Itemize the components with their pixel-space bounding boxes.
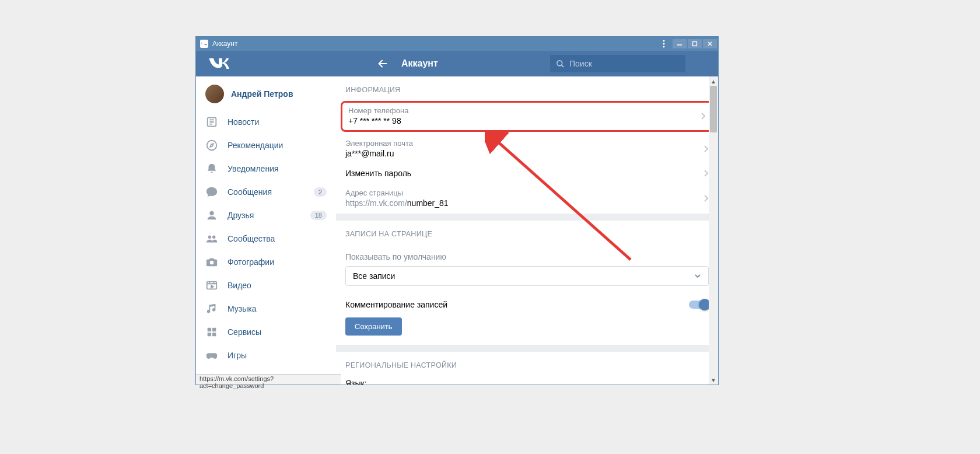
page-title: Аккаунт [401,58,438,69]
lang-label: Язык: [336,375,718,385]
sidebar-item-label: Сообщества [228,234,327,243]
toggle-label: Комментирование записей [345,300,447,309]
content: Андрей Петров Новости Рекомендации Уведо… [196,76,718,385]
chevron-right-icon [703,169,709,177]
sidebar-item-news[interactable]: Новости [196,110,336,134]
chevron-right-icon [703,194,709,202]
sidebar-item-messages[interactable]: Сообщения 2 [196,180,336,204]
svg-point-10 [212,236,216,239]
sidebar-item-label: Рекомендации [228,141,327,150]
sidebar-item-video[interactable]: Видео [196,274,336,297]
sidebar-item-games[interactable]: Игры [196,344,336,367]
vk-logo[interactable] [202,57,236,70]
default-select[interactable]: Все записи [345,266,709,286]
section-info: ИНФОРМАЦИЯ Номер телефона +7 *** *** ** … [336,76,718,214]
badge: 2 [314,187,327,197]
comments-toggle[interactable] [689,301,709,309]
section-regional: РЕГИОНАЛЬНЫЕ НАСТРОЙКИ Язык: [336,352,718,385]
avatar [205,85,224,103]
app-body: Аккаунт Поиск Андрей Петров Новости [196,51,718,385]
row-value: Изменить пароль [345,169,703,178]
window-title: Аккаунт [212,40,659,48]
scroll-down-icon[interactable]: ▼ [709,375,718,385]
search-placeholder: Поиск [569,59,592,68]
svg-point-11 [210,261,214,264]
sidebar-item-label: Друзья [228,211,301,220]
sidebar-item-label: Сервисы [228,327,327,337]
row-label: Номер телефона [348,106,700,115]
section-header: ИНФОРМАЦИЯ [336,76,718,100]
sidebar-item-notifications[interactable]: Уведомления [196,157,336,180]
services-icon [205,326,218,338]
svg-point-1 [663,40,665,42]
section-posts: ЗАПИСИ НА СТРАНИЦЕ Показывать по умолчан… [336,221,718,345]
gamepad-icon [205,349,218,362]
sidebar-item-label: Видео [228,281,327,290]
svg-point-7 [207,141,217,151]
row-email[interactable]: Электронная почта ja***@mail.ru [336,134,718,164]
maximize-button[interactable] [688,39,702,48]
compass-icon [205,139,218,152]
svg-rect-0 [200,40,208,48]
friends-icon [205,209,218,222]
music-icon [205,302,218,315]
sidebar-item-label: Сообщения [228,187,304,197]
vk-mini-icon [200,39,209,48]
sidebar-profile[interactable]: Андрей Петров [196,81,336,110]
row-phone[interactable]: Номер телефона +7 *** *** ** 98 [341,101,713,132]
chevron-right-icon [700,112,706,120]
sidebar-item-label: Фотографии [228,257,327,267]
row-value: ja***@mail.ru [345,149,703,158]
default-label: Показывать по умолчанию [336,244,718,266]
sidebar-item-recommendations[interactable]: Рекомендации [196,134,336,157]
camera-icon [205,256,218,268]
close-button[interactable] [703,39,717,48]
sidebar: Андрей Петров Новости Рекомендации Уведо… [196,76,336,385]
profile-name: Андрей Петров [231,89,293,99]
back-button[interactable] [376,57,390,71]
chevron-down-icon [694,274,701,278]
svg-point-2 [663,43,665,45]
scrollbar[interactable]: ▲ ▼ [709,76,718,385]
svg-rect-15 [208,333,211,336]
svg-point-9 [208,236,212,239]
row-value: +7 *** *** ** 98 [348,116,700,125]
section-header: РЕГИОНАЛЬНЫЕ НАСТРОЙКИ [336,352,718,375]
row-url[interactable]: Адрес страницы https://m.vk.com/number_8… [336,184,718,214]
sidebar-item-music[interactable]: Музыка [196,297,336,320]
search-input[interactable]: Поиск [550,55,685,72]
scroll-thumb[interactable] [710,86,717,132]
status-bar: https://m.vk.com/settings?act=change_pas… [196,374,341,385]
window-controls [673,39,717,48]
save-button[interactable]: Сохранить [345,317,402,336]
svg-point-5 [557,60,562,65]
sidebar-item-label: Новости [228,117,327,127]
scroll-up-icon[interactable]: ▲ [709,76,718,86]
sidebar-item-services[interactable]: Сервисы [196,320,336,344]
comments-toggle-row: Комментирование записей [336,294,718,315]
sidebar-item-communities[interactable]: Сообщества [196,227,336,250]
svg-point-8 [209,211,214,215]
app-window: Аккаунт Аккаунт Поиск [195,36,719,385]
sidebar-item-label: Музыка [228,304,327,313]
row-label: Адрес страницы [345,188,703,197]
badge: 18 [310,211,327,220]
titlebar: Аккаунт [196,37,718,51]
chevron-right-icon [703,145,709,153]
sidebar-item-photos[interactable]: Фотографии [196,250,336,274]
svg-rect-4 [693,42,697,46]
select-value: Все записи [353,271,395,281]
sidebar-item-friends[interactable]: Друзья 18 [196,204,336,227]
row-password[interactable]: Изменить пароль [336,164,718,184]
video-icon [205,279,218,292]
svg-point-3 [663,46,665,48]
kebab-menu-icon[interactable] [659,40,669,48]
sidebar-item-label: Игры [228,351,327,360]
minimize-button[interactable] [673,39,687,48]
news-icon [205,116,218,128]
topbar: Аккаунт Поиск [196,51,718,76]
group-icon [205,232,218,245]
sidebar-item-label: Уведомления [228,164,327,173]
bell-icon [205,162,218,175]
svg-rect-16 [212,333,216,336]
